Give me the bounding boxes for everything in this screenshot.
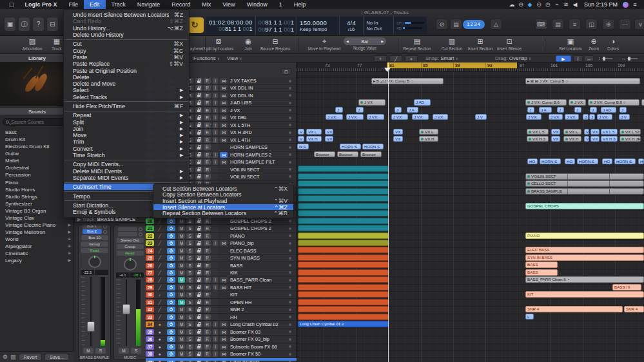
flex-icon[interactable]: ⋈ bbox=[220, 336, 228, 342]
track-power-button[interactable] bbox=[167, 240, 175, 246]
toolbar-move-to-playhead[interactable]: ⌖Move to Playhead bbox=[308, 37, 340, 51]
track-power-button[interactable] bbox=[167, 344, 175, 350]
flex-icon[interactable]: ⋈ bbox=[220, 159, 228, 165]
drag-menu[interactable]: Drag: Overlap∨ bbox=[495, 54, 531, 63]
menubar-item-navigate[interactable]: Navigate bbox=[132, 0, 166, 9]
region[interactable] bbox=[298, 262, 389, 268]
region-j-vx[interactable]: J VX: bbox=[433, 114, 448, 120]
track-name[interactable]: KIT bbox=[230, 292, 287, 298]
search-input[interactable] bbox=[11, 119, 69, 125]
replace-icon[interactable]: ▤ bbox=[450, 19, 462, 30]
submenu-item-cut-section-between-locators[interactable]: Cut Section Between Locators⌃⌘X bbox=[153, 186, 293, 192]
record-enable-button[interactable]: R bbox=[204, 329, 211, 335]
record-enable-button[interactable]: R bbox=[204, 300, 211, 305]
solo-button[interactable]: S bbox=[186, 285, 193, 291]
region-j-vx[interactable]: J VX: bbox=[326, 114, 343, 120]
mute-button[interactable]: M bbox=[178, 307, 185, 312]
nudge-value-stepper[interactable]: ◀Bar▶ bbox=[344, 37, 386, 45]
region-j[interactable]: J bbox=[574, 107, 581, 113]
menubar-item-mix[interactable]: Mix bbox=[196, 0, 217, 9]
track-name[interactable]: Boomer FX 50 bbox=[230, 351, 287, 357]
region-snr-4[interactable]: SNR 4 bbox=[624, 306, 644, 312]
edit-menu-item-delete-midi-events[interactable]: Delete MIDI Events▶ bbox=[64, 168, 189, 175]
record-enable-button[interactable]: R bbox=[204, 277, 211, 283]
record-enable-button[interactable]: R bbox=[204, 314, 211, 320]
track-power-button[interactable] bbox=[167, 321, 175, 327]
region-j-vx[interactable]: J VX: bbox=[549, 114, 563, 120]
solo-button[interactable]: S bbox=[186, 344, 193, 350]
lock-icon[interactable] bbox=[195, 93, 202, 99]
flex-icon[interactable]: ⋈ bbox=[220, 351, 228, 357]
track-row[interactable]: 22╱MSRPIANO bbox=[146, 233, 297, 240]
track-name[interactable]: OPEN HH bbox=[230, 300, 287, 306]
arrange-area[interactable]: ▸ B ◿ J VX: Comp B ○▸ ⊞ ⊟ J VX: Comp B ○… bbox=[297, 72, 644, 362]
region[interactable] bbox=[298, 240, 389, 246]
send-button[interactable] bbox=[118, 232, 137, 236]
record-enable-button[interactable]: R bbox=[204, 108, 211, 113]
region-piano[interactable]: PIANO bbox=[525, 233, 644, 239]
save-button[interactable]: Save... bbox=[44, 354, 69, 361]
track-name[interactable]: VX H 3RD bbox=[230, 129, 287, 136]
lock-icon[interactable] bbox=[195, 263, 202, 269]
region-b-j-vx-comp-b[interactable]: ▸ B ◿ J VX: Comp B ○ bbox=[371, 78, 444, 84]
record-enable-button[interactable]: R bbox=[204, 285, 211, 291]
input-monitor-button[interactable]: I bbox=[213, 122, 218, 128]
region-kit[interactable]: KIT bbox=[525, 291, 644, 298]
region[interactable] bbox=[298, 291, 389, 298]
library-item-cinematic[interactable]: Cinematic⊕ bbox=[0, 250, 74, 257]
edit-menu-item-undo-history[interactable]: Undo History...⌥⌘Z bbox=[64, 25, 189, 32]
region[interactable] bbox=[298, 247, 389, 253]
dnd-icon[interactable]: ⊖ bbox=[517, 1, 525, 8]
lock-icon[interactable] bbox=[195, 255, 202, 261]
flex-icon[interactable]: ⋈ bbox=[220, 93, 228, 99]
mute-button[interactable]: M bbox=[178, 300, 185, 305]
region-horn-s[interactable]: HORN S bbox=[540, 158, 561, 164]
region-bass[interactable]: BASS bbox=[525, 262, 558, 268]
submenu-item-insert-silence-at-locators[interactable]: Insert Silence at Locators⌃⌘Z bbox=[153, 204, 293, 211]
input-monitor-button[interactable]: I bbox=[213, 321, 218, 327]
region-j-vx[interactable]: J VX: bbox=[367, 114, 384, 120]
track-name[interactable]: Boomer FX 03 bbox=[230, 329, 287, 336]
region-vx[interactable]: VX bbox=[551, 129, 560, 135]
track-power-button[interactable] bbox=[167, 270, 175, 276]
region-j-vx[interactable]: J VX: bbox=[346, 114, 364, 120]
help-icon[interactable]: ? bbox=[32, 17, 44, 32]
input-monitor-button[interactable]: I bbox=[213, 100, 218, 106]
grid-icon[interactable]: ▥ bbox=[10, 354, 16, 360]
track-name[interactable]: HORN SAMPLE FILT bbox=[230, 159, 287, 166]
track-name[interactable]: SYN IN BASS bbox=[230, 255, 287, 262]
track-row[interactable]: 23╱MSRI⋈PIANO_bip bbox=[146, 240, 297, 247]
track-name[interactable]: J VX bbox=[230, 108, 287, 114]
region-ho[interactable]: HO bbox=[565, 158, 575, 164]
region-j-vx-comp-b[interactable]: ▸ ⊞ ⊟ J VX: Comp B ○ bbox=[525, 78, 640, 84]
region-vx[interactable]: VX bbox=[393, 129, 403, 135]
track-power-button[interactable] bbox=[167, 314, 175, 320]
region-j[interactable]: J bbox=[356, 107, 364, 113]
region-ho[interactable]: HO bbox=[527, 158, 538, 164]
fader[interactable] bbox=[115, 280, 144, 346]
group-button[interactable]: Group bbox=[81, 242, 108, 247]
region-brass-sample[interactable]: BRASS SAMPLE bbox=[525, 188, 644, 195]
record-enable-button[interactable]: R bbox=[204, 159, 211, 165]
track-name[interactable]: PIANO_bip bbox=[230, 240, 287, 247]
lock-icon[interactable] bbox=[195, 233, 202, 239]
track-name[interactable]: VX DBL bbox=[230, 115, 287, 121]
monitor-icon[interactable]: ▣ bbox=[4, 17, 16, 32]
track-power-button[interactable] bbox=[167, 218, 175, 224]
clock[interactable]: Sun 2:19 PM bbox=[581, 1, 620, 8]
track-row[interactable]: 27╱MSRKIK bbox=[146, 269, 297, 276]
tool-dropdown[interactable]: ⌖ bbox=[405, 55, 418, 62]
lock-icon[interactable] bbox=[195, 122, 202, 128]
region[interactable] bbox=[298, 203, 389, 209]
mixer-icon[interactable]: ▤ bbox=[552, 19, 564, 30]
library-item-world[interactable]: World⊕ bbox=[0, 236, 74, 243]
input-monitor-button[interactable]: I bbox=[213, 115, 218, 120]
region-j-a[interactable]: J A bbox=[539, 107, 552, 113]
track-row[interactable]: 25╱MSRSYN IN BASS bbox=[146, 254, 297, 262]
record-enable-button[interactable]: R bbox=[204, 270, 211, 276]
input-monitor-button[interactable]: I bbox=[213, 159, 218, 165]
region-ho[interactable]: HO bbox=[602, 158, 612, 164]
edit-menu-item-paste-replace[interactable]: Paste Replace⇧⌘V bbox=[64, 61, 189, 67]
toolbar-join[interactable]: ◉Join bbox=[244, 37, 252, 51]
toolbar-repeat-section[interactable]: ▤Repeat Section bbox=[403, 37, 431, 51]
